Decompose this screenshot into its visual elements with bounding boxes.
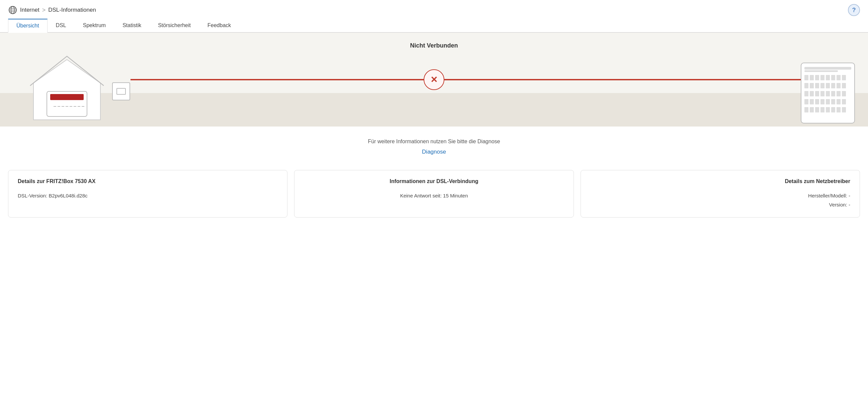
card-netzbetreiber-content: Hersteller/Modell: - Version: - — [590, 191, 850, 209]
svg-rect-45 — [815, 99, 819, 105]
svg-rect-52 — [810, 107, 814, 113]
svg-rect-18 — [804, 70, 838, 72]
card-dsl-content: Keine Antwort seit: 15 Minuten — [304, 191, 564, 200]
svg-rect-53 — [815, 107, 819, 113]
breadcrumb-root: Internet — [20, 7, 39, 13]
svg-rect-56 — [831, 107, 835, 113]
svg-rect-21 — [815, 75, 819, 80]
svg-rect-57 — [837, 107, 841, 113]
svg-rect-50 — [842, 99, 846, 105]
globe-icon — [8, 5, 18, 15]
card-dsl-connection: Informationen zur DSL-Verbindung Keine A… — [294, 170, 574, 217]
tabs-bar: Übersicht DSL Spektrum Statistik Störsic… — [0, 19, 868, 33]
svg-rect-47 — [826, 99, 830, 105]
svg-rect-44 — [810, 99, 814, 105]
svg-rect-46 — [820, 99, 825, 105]
card-fritzbox-field-0: DSL-Version: B2pv6L048i.d28c — [18, 191, 278, 200]
svg-rect-26 — [842, 75, 846, 80]
connection-area: Nicht Verbunden — [0, 33, 868, 126]
svg-rect-25 — [837, 75, 841, 80]
help-button[interactable]: ? — [848, 4, 860, 16]
card-fritzbox-title: Details zur FRITZ!Box 7530 AX — [18, 178, 278, 184]
svg-rect-22 — [820, 75, 825, 80]
breadcrumb: Internet > DSL-Informationen — [8, 5, 96, 15]
svg-rect-32 — [831, 83, 835, 88]
svg-rect-43 — [804, 99, 808, 105]
breadcrumb-separator: > — [42, 7, 46, 14]
svg-rect-35 — [804, 91, 808, 96]
svg-rect-37 — [815, 91, 819, 96]
svg-rect-42 — [842, 91, 846, 96]
svg-rect-48 — [831, 99, 835, 105]
card-netzbetreiber-field-0: Hersteller/Modell: - — [590, 191, 850, 200]
svg-rect-23 — [826, 75, 830, 80]
svg-rect-33 — [837, 83, 841, 88]
card-netzbetreiber: Details zum Netzbetreiber Hersteller/Mod… — [581, 170, 860, 217]
svg-rect-27 — [804, 83, 808, 88]
tab-uebersicht[interactable]: Übersicht — [8, 19, 48, 33]
ground-strip — [0, 93, 868, 126]
card-netzbetreiber-field-1: Version: - — [590, 200, 850, 209]
svg-rect-39 — [826, 91, 830, 96]
card-fritzbox: Details zur FRITZ!Box 7530 AX DSL-Versio… — [8, 170, 287, 217]
card-dsl-field-0: Keine Antwort seit: 15 Minuten — [304, 191, 564, 200]
diagnose-link[interactable]: Diagnose — [422, 149, 446, 155]
svg-rect-36 — [810, 91, 814, 96]
svg-rect-41 — [837, 91, 841, 96]
tab-feedback[interactable]: Feedback — [199, 19, 239, 33]
svg-rect-54 — [820, 107, 825, 113]
svg-rect-34 — [842, 83, 846, 88]
breadcrumb-current: DSL-Informationen — [48, 7, 96, 13]
router-illustration — [20, 50, 114, 126]
connection-x-marker: ✕ — [424, 69, 444, 90]
connection-status: Nicht Verbunden — [0, 33, 868, 55]
svg-rect-24 — [831, 75, 835, 80]
tab-spektrum[interactable]: Spektrum — [74, 19, 114, 33]
card-dsl-title: Informationen zur DSL-Verbindung — [304, 178, 564, 184]
card-netzbetreiber-title: Details zum Netzbetreiber — [590, 178, 850, 184]
info-section: Für weitere Informationen nutzen Sie bit… — [0, 126, 868, 162]
cards-row: Details zur FRITZ!Box 7530 AX DSL-Versio… — [0, 162, 868, 226]
card-fritzbox-content: DSL-Version: B2pv6L048i.d28c — [18, 191, 278, 200]
svg-rect-31 — [826, 83, 830, 88]
svg-rect-19 — [804, 75, 808, 80]
svg-rect-17 — [804, 67, 851, 69]
connection-line-right — [447, 79, 801, 80]
tab-stoersicherheit[interactable]: Störsicherheit — [150, 19, 199, 33]
svg-rect-28 — [810, 83, 814, 88]
svg-rect-55 — [826, 107, 830, 113]
tab-dsl[interactable]: DSL — [48, 19, 74, 33]
svg-rect-30 — [820, 83, 825, 88]
svg-rect-40 — [831, 91, 835, 96]
tab-statistik[interactable]: Statistik — [114, 19, 150, 33]
svg-rect-20 — [810, 75, 814, 80]
svg-rect-7 — [50, 94, 84, 100]
svg-rect-51 — [804, 107, 808, 113]
svg-rect-29 — [815, 83, 819, 88]
header: Internet > DSL-Informationen ? — [0, 0, 868, 19]
info-description: Für weitere Informationen nutzen Sie bit… — [8, 139, 860, 145]
dsl-port — [112, 82, 130, 100]
main-content: Nicht Verbunden — [0, 33, 868, 226]
svg-rect-58 — [842, 107, 846, 113]
svg-rect-49 — [837, 99, 841, 105]
exchange-illustration — [795, 50, 861, 126]
svg-rect-38 — [820, 91, 825, 96]
